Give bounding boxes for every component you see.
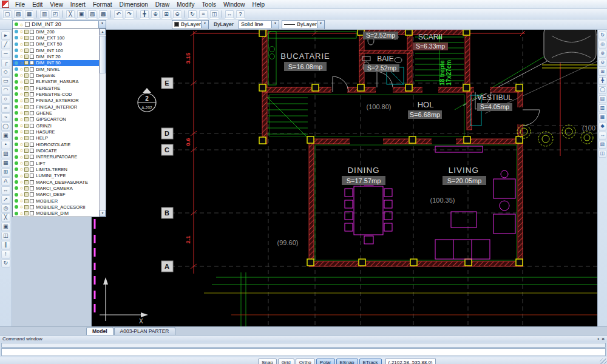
layers-icon[interactable]: ≡ — [198, 10, 208, 19]
copy-icon[interactable]: ▣ — [76, 10, 86, 19]
scroll-up-icon[interactable] — [100, 29, 106, 35]
resize-grip-icon[interactable] — [600, 359, 607, 364]
measure-icon[interactable]: ↔ — [599, 132, 606, 140]
rectangle-tool-icon[interactable]: ▭ — [1, 77, 10, 86]
scroll-down-icon[interactable] — [100, 210, 106, 217]
menu-item[interactable]: File — [12, 1, 29, 8]
layer-color-swatch[interactable] — [30, 92, 34, 96]
layer-list-item[interactable]: INTRERUPATOARE — [13, 154, 99, 160]
layer-list-item[interactable]: Defpoints — [13, 72, 99, 78]
layer-color-swatch[interactable] — [30, 161, 34, 166]
layer-list-item[interactable]: LUMINI_TYPE — [13, 173, 99, 179]
menu-item[interactable]: Window — [220, 1, 249, 8]
save-icon[interactable]: ▦ — [24, 10, 34, 19]
layer-freeze-icon[interactable] — [19, 211, 24, 216]
layer-color-swatch[interactable] — [30, 73, 34, 78]
layer-lock-icon[interactable] — [24, 111, 29, 115]
layer-list-item[interactable]: DIM_EXT 50 — [13, 41, 99, 47]
layer-on-icon[interactable] — [15, 105, 18, 109]
status-toggle-button[interactable]: Grid — [278, 359, 294, 364]
layer-on-icon[interactable] — [15, 186, 18, 190]
layer-freeze-icon[interactable] — [19, 186, 24, 190]
menu-item[interactable]: Modify — [173, 1, 198, 8]
layer-list-item[interactable]: DIM_INT 20 — [13, 53, 99, 59]
rotate-tool-icon[interactable]: ↻ — [1, 259, 10, 268]
layer-color-swatch[interactable] — [30, 30, 34, 34]
layer-list-item[interactable]: FINISAJ_EXTERIOR — [13, 98, 99, 104]
layer-color-swatch[interactable] — [30, 42, 34, 46]
layer-list-item[interactable]: ELEVATIE_HASURA — [13, 79, 99, 85]
orbit-icon[interactable]: ◯ — [599, 86, 606, 94]
layer-color-swatch[interactable] — [30, 67, 34, 72]
layer-list-item[interactable]: LIMITA-TEREN — [13, 166, 99, 172]
layer-lock-icon[interactable] — [24, 55, 29, 59]
layer-list-item[interactable]: GIPSCARTON — [13, 116, 99, 123]
layer-freeze-icon[interactable] — [19, 48, 24, 53]
layer-freeze-icon[interactable] — [19, 104, 24, 109]
leader-tool-icon[interactable]: ↗ — [1, 195, 10, 204]
layer-on-icon[interactable] — [15, 149, 18, 152]
polyline-tool-icon[interactable]: ┌ — [1, 59, 10, 67]
layer-lock-icon[interactable] — [24, 174, 29, 178]
layer-freeze-icon[interactable] — [19, 204, 24, 209]
layer-freeze-icon[interactable] — [19, 29, 24, 34]
status-toggle-button[interactable]: Polar — [316, 359, 335, 364]
layer-freeze-icon[interactable] — [19, 117, 24, 122]
layer-on-icon[interactable] — [15, 55, 18, 58]
layer-on-icon[interactable] — [15, 130, 18, 133]
layer-lock-icon[interactable] — [24, 98, 29, 103]
layer-freeze-icon[interactable] — [19, 67, 24, 72]
status-toggle-button[interactable]: ETrack — [359, 359, 382, 364]
layer-on-icon[interactable] — [15, 49, 18, 52]
print-preview-icon[interactable]: ◰ — [50, 10, 60, 19]
sep[interactable] — [63, 10, 63, 18]
layer-lock-icon[interactable] — [24, 205, 29, 209]
linestyle-combo-dropdown-icon[interactable] — [271, 21, 279, 28]
layer-lock-icon[interactable] — [24, 117, 29, 121]
layer-freeze-icon[interactable] — [19, 161, 24, 166]
layer-freeze-icon[interactable] — [19, 192, 24, 197]
color-combo-dropdown-icon[interactable] — [201, 21, 208, 28]
layer-color-swatch[interactable] — [30, 186, 34, 190]
layer-list-item[interactable]: LIFT — [13, 160, 99, 166]
layer-lock-icon[interactable] — [24, 211, 29, 215]
app-icon[interactable] — [2, 1, 9, 8]
layer-freeze-icon[interactable] — [19, 110, 24, 115]
tab-layout-a003[interactable]: A003-PLAN PARTER — [114, 327, 175, 335]
sep[interactable] — [222, 10, 222, 18]
offset-tool-icon[interactable]: ∥ — [1, 241, 10, 249]
menu-item[interactable]: Draw — [152, 1, 173, 8]
regen-view-icon[interactable]: ◎ — [599, 41, 606, 49]
layer-on-icon[interactable] — [15, 61, 18, 65]
layer-color-swatch[interactable] — [30, 167, 34, 172]
layer-color-swatch[interactable] — [30, 130, 34, 134]
ellipse-tool-icon[interactable]: ◯ — [1, 123, 10, 131]
layer-on-icon[interactable] — [15, 73, 18, 77]
layer-color-swatch[interactable] — [30, 105, 34, 109]
close-icon[interactable] — [602, 336, 605, 342]
layer-list-item[interactable]: MOBILIER — [13, 198, 99, 204]
layer-on-icon[interactable] — [15, 111, 18, 115]
command-window-titlebar[interactable]: Command window — [0, 335, 607, 342]
layer-lock-icon[interactable] — [24, 192, 29, 197]
color-combo[interactable]: ByLayer — [172, 20, 209, 29]
layer-on-icon[interactable] — [15, 199, 18, 203]
menu-item[interactable]: View — [46, 1, 67, 8]
sep[interactable] — [185, 10, 185, 18]
layer-lock-icon[interactable] — [24, 67, 29, 72]
drawing-canvas[interactable]: 3.15 0.6 2.1 E D C B A 2 — [92, 30, 597, 326]
layer-on-icon[interactable] — [15, 174, 18, 178]
layer-freeze-icon[interactable] — [19, 73, 24, 78]
layer-lock-icon[interactable] — [24, 86, 29, 90]
layer-color-swatch[interactable] — [30, 61, 34, 65]
linestyle-combo[interactable]: Solid line — [239, 20, 279, 29]
layer-on-icon[interactable] — [15, 92, 18, 96]
layer-list-item[interactable]: GRINZI — [13, 123, 99, 129]
help-icon[interactable]: ? — [236, 10, 245, 19]
xline-tool-icon[interactable]: ─ — [1, 50, 10, 58]
text-tool-icon[interactable]: A — [1, 177, 10, 186]
layer-freeze-icon[interactable] — [19, 98, 24, 103]
layer-color-swatch[interactable] — [30, 199, 34, 203]
insert-block-icon[interactable]: ▣ — [1, 132, 10, 140]
layer-freeze-icon[interactable] — [19, 142, 24, 147]
